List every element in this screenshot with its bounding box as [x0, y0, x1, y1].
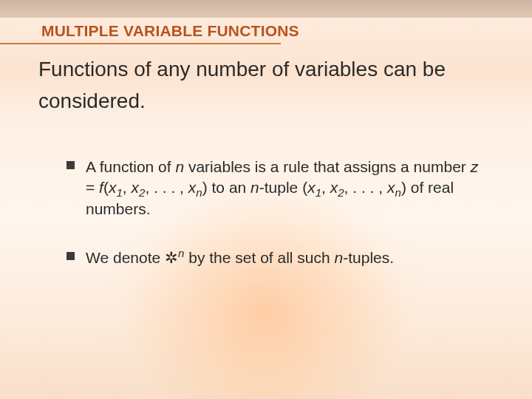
var-x: x — [387, 179, 395, 196]
text: variables is a rule that assigns a numbe… — [184, 158, 471, 175]
var-n: n — [175, 158, 184, 175]
real-symbol: ✲ — [165, 249, 178, 266]
sub: 1 — [316, 187, 321, 200]
sub: 2 — [338, 187, 344, 200]
var-x: x — [109, 179, 117, 196]
text: ( — [103, 179, 109, 196]
section-heading: MULTIPLE VARIABLE FUNCTIONS — [41, 22, 299, 40]
sub: n — [395, 187, 400, 200]
var-x: x — [307, 179, 316, 196]
sub: 1 — [116, 187, 122, 200]
text: by the set of all such — [184, 249, 334, 266]
heading-underline — [0, 43, 281, 44]
text: , . . . , — [344, 179, 387, 196]
var-x: x — [188, 179, 197, 196]
var-z: z — [471, 158, 479, 175]
sub: n — [196, 187, 202, 200]
var-x: x — [330, 179, 338, 196]
text: -tuples. — [343, 249, 394, 266]
var-n: n — [335, 249, 344, 266]
bullet-item-2: We denote ✲n by the set of all such n-tu… — [66, 248, 488, 268]
text: We denote — [86, 249, 165, 266]
text: -tuple ( — [259, 179, 307, 196]
text: , — [321, 179, 330, 196]
text: , . . . , — [145, 179, 188, 196]
slide-top-bar — [0, 0, 532, 18]
text: ) to an — [202, 179, 250, 196]
var-n: n — [250, 179, 259, 196]
intro-text: Functions of any number of variables can… — [38, 53, 488, 117]
text: = — [86, 179, 99, 196]
text: A function of — [86, 158, 175, 175]
bullet-item-1: A function of n variables is a rule that… — [66, 157, 488, 219]
bullet-list: A function of n variables is a rule that… — [66, 157, 488, 296]
var-x: x — [132, 179, 140, 196]
text: , — [123, 179, 132, 196]
